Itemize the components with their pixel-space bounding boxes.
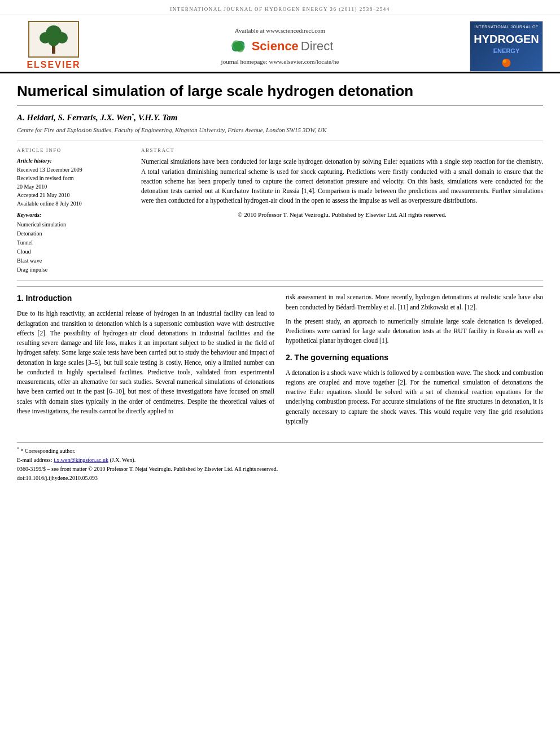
svg-point-11 [503,60,506,63]
footnote-doi: doi:10.1016/j.ijhydene.2010.05.093 [17,474,543,482]
energy-label: ENERGY [493,47,519,55]
section1-number: 1. [17,294,24,303]
footnote-corresponding: * * Corresponding author. [17,446,543,455]
article-meta: ARTICLE INFO Article history: Received 1… [17,147,543,281]
sciencedirect-logo: ScienceDirect [90,38,470,55]
available-text: Available at www.sciencedirect.com [90,27,470,35]
email-suffix: (J.X. Wen). [108,457,135,463]
h2-label: HYDROGEN [474,31,539,47]
accepted: Accepted 21 May 2010 [17,191,130,199]
abstract-title: ABSTRACT [141,147,543,154]
section1-col2-para2: In the present study, an approach to num… [286,317,543,346]
received2-label: Received in revised form [17,174,130,182]
intl-label: INTERNATIONAL JOURNAL OF [474,24,538,30]
body-col-right: risk assessment in real scenarios. More … [286,292,543,431]
sciencedirect-icon [227,38,250,55]
center-header: Available at www.sciencedirect.com Scien… [90,27,470,66]
email-link[interactable]: j.x.wen@kingston.ac.uk [54,457,108,463]
received1: Received 13 December 2009 [17,166,130,174]
body-columns: 1. Introduction Due to its high reactivi… [17,292,543,431]
journal-homepage: journal homepage: www.elsevier.com/locat… [90,58,470,66]
svg-point-5 [48,35,59,46]
energy-sphere-icon [498,58,515,68]
paper-content: Numerical simulation of large scale hydr… [0,82,560,495]
body-col-left: 1. Introduction Due to its high reactivi… [17,292,274,431]
section2-number: 2. [286,353,292,362]
keywords-list: Numerical simulation Detonation Tunnel C… [17,220,130,274]
elsevier-label: ELSEVIER [27,59,80,71]
section1-title: Introduction [26,294,72,303]
direct-text: Direct [301,38,333,55]
section1-para1: Due to its high reactivity, an accidenta… [17,309,274,416]
elsevier-logo: ELSEVIER [17,21,90,71]
email-label: E-mail address: [17,457,54,463]
article-info-title: ARTICLE INFO [17,147,130,154]
hydrogen-energy-logo: INTERNATIONAL JOURNAL OF HYDROGEN ENERGY [470,21,543,72]
keyword-4: Cloud [17,247,130,256]
corresponding-label: * Corresponding author. [21,448,76,454]
abstract-copyright: © 2010 Professor T. Nejat Veziroglu. Pub… [141,211,543,219]
authors: A. Heidari, S. Ferraris, J.X. Wen*, V.H.… [17,112,543,124]
keyword-2: Detonation [17,229,130,238]
footnote-area: * * Corresponding author. E-mail address… [17,442,543,482]
keyword-6: Drag impulse [17,265,130,274]
footnote-issn: 0360-3199/$ – see front matter © 2010 Pr… [17,465,543,473]
science-text: Science [252,38,299,55]
keyword-5: Blast wave [17,256,130,265]
article-title: Numerical simulation of large scale hydr… [17,82,543,106]
section-divider [17,286,543,287]
journal-header-text: INTERNATIONAL JOURNAL OF HYDROGEN ENERGY… [170,6,390,12]
abstract-text: Numerical simulations have been conducte… [141,157,543,206]
authors-text: A. Heidari, S. Ferraris, J.X. Wen*, V.H.… [17,113,177,122]
logo-area: ELSEVIER Available at www.sciencedirect.… [0,15,560,73]
journal-header-bar: INTERNATIONAL JOURNAL OF HYDROGEN ENERGY… [0,0,560,15]
affiliation: Centre for Fire and Explosion Studies, F… [17,126,543,141]
section2-heading: 2. The governing equations [286,352,543,364]
keyword-1: Numerical simulation [17,220,130,229]
section2-title: The governing equations [295,353,388,362]
section1-col2-para1: risk assessment in real scenarios. More … [286,292,543,312]
received2: 20 May 2010 [17,183,130,191]
section1-heading: 1. Introduction [17,292,274,304]
section2-para1: A detonation is a shock wave which is fo… [286,368,543,427]
history-label: Article history: [17,157,130,165]
elsevier-tree-icon [28,21,79,58]
footnote-email: E-mail address: j.x.wen@kingston.ac.uk (… [17,456,543,464]
keywords-label: Keywords: [17,211,130,219]
keyword-3: Tunnel [17,238,130,247]
abstract-section: ABSTRACT Numerical simulations have been… [141,147,543,275]
article-info: ARTICLE INFO Article history: Received 1… [17,147,130,275]
available-online: Available online 8 July 2010 [17,200,130,208]
